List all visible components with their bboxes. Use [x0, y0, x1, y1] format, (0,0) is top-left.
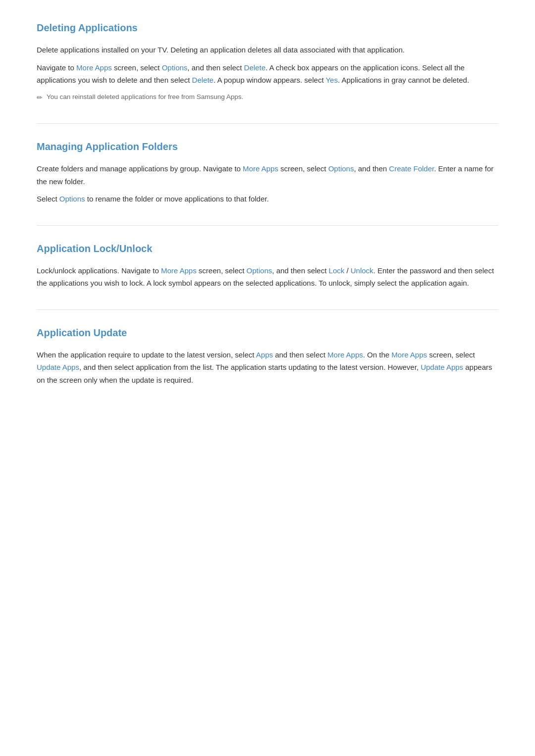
paragraph-au-p1: When the application require to update t… — [37, 349, 498, 387]
link-options[interactable]: Options — [247, 266, 272, 275]
text-span: , and then select application from the l… — [79, 363, 421, 371]
link-update-apps[interactable]: Update Apps — [37, 363, 79, 371]
link-delete[interactable]: Delete — [192, 76, 214, 84]
text-span: screen, select — [197, 266, 247, 275]
section-body-deleting-applications: Delete applications installed on your TV… — [37, 44, 498, 103]
page-content: Deleting ApplicationsDelete applications… — [37, 20, 498, 386]
link-more-apps[interactable]: More Apps — [76, 63, 112, 72]
text-span: , and then select — [187, 63, 244, 72]
paragraph-del-p1: Delete applications installed on your TV… — [37, 44, 498, 56]
pencil-icon: ✏ — [37, 92, 43, 104]
text-span: screen, select — [278, 164, 328, 173]
section-application-update: Application UpdateWhen the application r… — [37, 325, 498, 387]
link-more-apps[interactable]: More Apps — [161, 266, 197, 275]
text-span: to rename the folder or move application… — [85, 195, 269, 203]
link-delete[interactable]: Delete — [244, 63, 266, 72]
text-span: screen, select — [112, 63, 162, 72]
section-title-managing-application-folders: Managing Application Folders — [37, 139, 498, 154]
paragraph-maf-p2: Select Options to rename the folder or m… — [37, 193, 498, 205]
text-span: Navigate to — [37, 63, 76, 72]
link-unlock[interactable]: Unlock — [351, 266, 374, 275]
text-span: . On the — [363, 351, 392, 359]
link-lock[interactable]: Lock — [329, 266, 345, 275]
text-span: . A popup window appears. select — [214, 76, 326, 84]
link-more-apps[interactable]: More Apps — [327, 351, 363, 359]
text-span: / — [344, 266, 351, 275]
text-span: . Applications in gray cannot be deleted… — [338, 76, 469, 84]
text-span: , and then select — [272, 266, 328, 275]
section-divider — [37, 309, 498, 310]
text-span: Delete applications installed on your TV… — [37, 46, 405, 54]
section-deleting-applications: Deleting ApplicationsDelete applications… — [37, 20, 498, 103]
link-options[interactable]: Options — [59, 195, 85, 203]
text-span: Lock/unlock applications. Navigate to — [37, 266, 161, 275]
section-title-application-lock-unlock: Application Lock/Unlock — [37, 241, 498, 256]
text-span: Create folders and manage applications b… — [37, 164, 243, 173]
text-span: When the application require to update t… — [37, 351, 256, 359]
section-divider — [37, 123, 498, 124]
section-body-application-lock-unlock: Lock/unlock applications. Navigate to Mo… — [37, 264, 498, 290]
note-container: ✏You can reinstall deleted applications … — [37, 92, 498, 104]
text-span: and then select — [273, 351, 327, 359]
link-options[interactable]: Options — [328, 164, 354, 173]
section-divider — [37, 225, 498, 226]
link-create-folder[interactable]: Create Folder — [389, 164, 434, 173]
section-managing-application-folders: Managing Application FoldersCreate folde… — [37, 139, 498, 205]
section-application-lock-unlock: Application Lock/UnlockLock/unlock appli… — [37, 241, 498, 290]
link-more-apps[interactable]: More Apps — [243, 164, 278, 173]
link-apps[interactable]: Apps — [256, 351, 273, 359]
link-options[interactable]: Options — [162, 63, 188, 72]
link-update-apps[interactable]: Update Apps — [421, 363, 463, 371]
section-body-managing-application-folders: Create folders and manage applications b… — [37, 162, 498, 205]
link-more-apps[interactable]: More Apps — [391, 351, 427, 359]
text-span: screen, select — [427, 351, 475, 359]
link-yes[interactable]: Yes — [325, 76, 337, 84]
paragraph-maf-p1: Create folders and manage applications b… — [37, 162, 498, 188]
paragraph-alu-p1: Lock/unlock applications. Navigate to Mo… — [37, 264, 498, 290]
paragraph-del-p2: Navigate to More Apps screen, select Opt… — [37, 61, 498, 87]
text-span: Select — [37, 195, 59, 203]
section-title-deleting-applications: Deleting Applications — [37, 20, 498, 36]
section-body-application-update: When the application require to update t… — [37, 349, 498, 387]
note-text: You can reinstall deleted applications f… — [47, 92, 243, 103]
section-title-application-update: Application Update — [37, 325, 498, 341]
text-span: , and then — [354, 164, 389, 173]
